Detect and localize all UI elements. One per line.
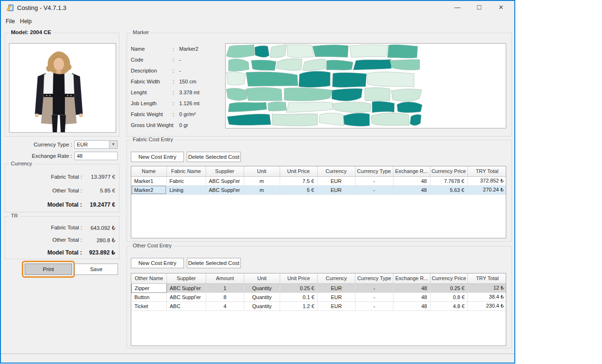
cell[interactable]: 7.5 € <box>280 176 317 185</box>
marker-fabric-width-label: Fabric Width <box>131 79 173 84</box>
column-header[interactable]: Currency Price <box>430 166 467 176</box>
column-header[interactable]: Exchange R... <box>393 273 430 283</box>
menu-file[interactable]: File <box>3 17 18 26</box>
fabric-new-cost-entry-button[interactable]: New Cost Entry <box>131 152 184 162</box>
cell[interactable]: 270.24 ₺ <box>467 185 506 194</box>
column-header[interactable]: Amount <box>206 273 244 283</box>
marker-description-value: - <box>179 68 181 73</box>
cell[interactable]: 5 € <box>280 185 317 194</box>
table-row-selected[interactable]: Marker2 Lining ABC Suppl'er m 5 € EUR - … <box>131 185 506 194</box>
column-header[interactable]: Supplier <box>206 166 244 176</box>
table-row[interactable]: Marker1 Fabric ABC Suppl'er m 7.5 € EUR … <box>131 176 506 185</box>
column-header[interactable]: Exchange R... <box>393 166 430 176</box>
minimize-icon[interactable]: — <box>447 1 468 14</box>
cell[interactable]: 48 <box>393 185 430 194</box>
cell[interactable]: Ticket <box>132 301 167 310</box>
print-button[interactable]: Print <box>25 264 72 275</box>
cell[interactable]: EUR <box>318 301 356 310</box>
currency-fabric-total-value: 13.3977 € <box>73 174 115 180</box>
cell[interactable]: 38.4 ₺ <box>468 292 507 301</box>
chevron-down-icon[interactable]: ▼ <box>109 141 117 148</box>
cell[interactable]: Zipper <box>132 283 167 292</box>
column-header[interactable]: Other Name <box>132 273 167 283</box>
cell[interactable]: 8 <box>206 292 244 301</box>
column-header[interactable]: Unit Price <box>280 273 318 283</box>
column-header[interactable]: TRY Total <box>468 273 507 283</box>
cell[interactable]: 4 <box>206 301 244 310</box>
table-row[interactable]: Button ABC Suppl'er 8 Quantity 0.1 € EUR… <box>132 292 507 301</box>
marker-lenght-value: 3.378 mt <box>179 90 200 95</box>
table-row[interactable]: Ticket ABC 4 Quantity 1.2 € EUR - 48 4.8… <box>132 301 507 310</box>
cell[interactable]: Quantity <box>244 283 280 292</box>
cell[interactable]: - <box>356 301 393 310</box>
cell[interactable]: Marker2 <box>131 185 166 194</box>
column-header[interactable]: TRY Total <box>467 166 506 176</box>
cell[interactable]: - <box>355 176 393 185</box>
column-header[interactable]: Currency <box>318 273 356 283</box>
cell[interactable]: EUR <box>317 176 355 185</box>
exchange-rate-input[interactable] <box>74 152 118 160</box>
cell[interactable]: 0.25 € <box>430 283 468 292</box>
column-header[interactable]: Unit <box>244 273 280 283</box>
marker-fabric-width-value: 150 cm <box>179 79 196 84</box>
window-title: Costing - V4.7.1.3 <box>17 4 66 11</box>
cell[interactable]: Button <box>132 292 167 301</box>
cell[interactable]: 0.8 € <box>430 292 468 301</box>
cell[interactable]: ABC <box>167 301 206 310</box>
cell[interactable]: Marker1 <box>131 176 166 185</box>
tr-model-total-value: 923.892 ₺ <box>73 249 115 256</box>
cell[interactable]: 48 <box>393 283 430 292</box>
table-row-focused[interactable]: Zipper ABC Suppl'er 1 Quantity 0.25 € EU… <box>132 283 507 292</box>
column-header[interactable]: Currency Type <box>356 273 393 283</box>
cell[interactable]: ABC Suppl'er <box>167 292 206 301</box>
cell[interactable]: 7.7678 € <box>430 176 467 185</box>
cell[interactable]: EUR <box>318 292 356 301</box>
column-header[interactable]: Unit <box>244 166 280 176</box>
column-header[interactable]: Supplier <box>167 273 206 283</box>
column-header[interactable]: Currency Price <box>430 273 468 283</box>
currency-type-select[interactable]: EUR ▼ <box>74 140 118 149</box>
cell[interactable]: Quantity <box>244 292 280 301</box>
column-header[interactable]: Name <box>131 166 166 176</box>
cell[interactable]: Fabric <box>166 176 206 185</box>
cell[interactable]: 48 <box>393 301 430 310</box>
close-icon[interactable]: ✕ <box>491 1 511 14</box>
cell[interactable]: m <box>244 176 280 185</box>
cell[interactable]: - <box>356 283 393 292</box>
cell[interactable]: 5.63 € <box>430 185 467 194</box>
cell[interactable]: EUR <box>318 283 356 292</box>
save-button[interactable]: Save <box>74 264 118 275</box>
column-header[interactable]: Currency <box>317 166 355 176</box>
column-header[interactable]: Unit Price <box>280 166 317 176</box>
cell[interactable]: 372.852 ₺ <box>467 176 506 185</box>
cell[interactable]: ABC Suppl'er <box>206 176 244 185</box>
cell[interactable]: - <box>356 292 393 301</box>
cell[interactable]: Lining <box>166 185 206 194</box>
cell[interactable]: - <box>355 185 393 194</box>
cell[interactable]: Quantity <box>244 301 280 310</box>
menu-help[interactable]: Help <box>17 17 35 26</box>
column-header[interactable]: Currency Type <box>355 166 393 176</box>
cell[interactable]: 1.2 € <box>280 301 318 310</box>
maximize-icon[interactable]: ☐ <box>469 1 490 14</box>
cell[interactable]: m <box>244 185 280 194</box>
cell[interactable]: EUR <box>317 185 355 194</box>
separator: : <box>173 57 179 63</box>
other-new-cost-entry-button[interactable]: New Cost Entry <box>131 258 184 268</box>
column-header[interactable]: Fabric Name <box>166 166 206 176</box>
other-delete-selected-cost-button[interactable]: Delete Selected Cost <box>187 258 241 268</box>
cell[interactable]: ABC Suppl'er <box>167 283 206 292</box>
cell[interactable]: 48 <box>393 176 430 185</box>
other-cost-group: Other Cost Entry New Cost Entry Delete S… <box>127 246 512 348</box>
cell[interactable]: 0.25 € <box>280 283 318 292</box>
cell[interactable]: 0.1 € <box>280 292 318 301</box>
cell[interactable]: 1 <box>206 283 244 292</box>
title-bar[interactable]: Costing - V4.7.1.3 — ☐ ✕ <box>1 1 514 15</box>
fabric-delete-selected-cost-button[interactable]: Delete Selected Cost <box>187 152 241 162</box>
cell[interactable]: 230.4 ₺ <box>468 301 507 310</box>
cell[interactable]: 12 ₺ <box>468 283 507 292</box>
fabric-cost-group: Fabric Cost Entry New Cost Entry Delete … <box>127 140 512 242</box>
cell[interactable]: 48 <box>393 292 430 301</box>
cell[interactable]: ABC Suppl'er <box>206 185 244 194</box>
cell[interactable]: 4.8 € <box>430 301 468 310</box>
